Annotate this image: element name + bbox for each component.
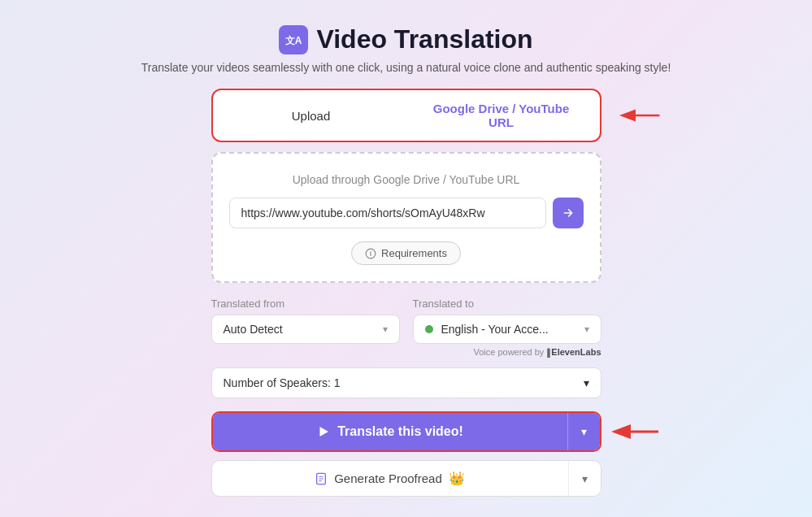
from-value: Auto Detect [224, 323, 283, 336]
translate-button[interactable]: Translate this video! [213, 413, 567, 450]
url-submit-button[interactable] [553, 198, 584, 228]
upload-area: Upload through Google Drive / YouTube UR… [211, 152, 601, 283]
voice-powered: Voice powered by ‖ElevenLabs [413, 347, 601, 358]
upload-label: Upload through Google Drive / YouTube UR… [229, 173, 584, 186]
page-subtitle: Translate your videos seamlessly with on… [141, 61, 671, 74]
svg-marker-5 [320, 427, 329, 437]
speakers-select[interactable]: Number of Speakers: 1 ▾ [211, 367, 601, 398]
translate-label: Translate this video! [337, 424, 463, 439]
action-buttons: Translate this video! ▾ [211, 411, 601, 497]
proofread-button[interactable]: Generate Proofread 👑 [212, 461, 568, 496]
url-input-row [229, 198, 584, 228]
from-label: Translated from [211, 298, 400, 310]
tab-container: Upload Google Drive / YouTube URL [211, 89, 601, 142]
elevenlabs-brand: ElevenLabs [551, 347, 601, 357]
proofread-dropdown-button[interactable]: ▾ [568, 461, 601, 496]
gdrive-tab[interactable]: Google Drive / YouTube URL [406, 93, 597, 137]
translation-controls: Translated from Auto Detect ▾ Translated… [211, 298, 601, 398]
url-input[interactable] [229, 198, 546, 228]
language-dot-icon [425, 325, 433, 333]
page-title: Video Translation [316, 24, 532, 54]
translate-arrow-annotation [610, 419, 667, 447]
translation-icon: 文A [279, 25, 308, 54]
page-container: 文A Video Translation Translate your vide… [0, 0, 812, 517]
to-chevron-icon: ▾ [584, 324, 589, 335]
to-value: English - Your Acce... [441, 323, 548, 336]
play-icon [316, 424, 331, 439]
proofread-label: Generate Proofread [334, 471, 442, 485]
to-column: Translated to English - Your Acce... ▾ V… [413, 298, 601, 358]
speakers-row: Number of Speakers: 1 ▾ [211, 367, 601, 398]
from-to-row: Translated from Auto Detect ▾ Translated… [211, 298, 601, 358]
translate-btn-row: Translate this video! ▾ [211, 411, 601, 452]
speakers-value: Number of Speakers: 1 [224, 376, 341, 389]
to-label: Translated to [413, 298, 601, 310]
svg-text:文A: 文A [285, 34, 302, 46]
requirements-button[interactable]: Requirements [351, 241, 461, 265]
upload-tab[interactable]: Upload [216, 93, 406, 137]
speakers-chevron-icon: ▾ [584, 376, 589, 389]
title-row: 文A Video Translation [141, 24, 671, 54]
to-select-inner: English - Your Acce... [425, 323, 549, 336]
from-chevron-icon: ▾ [383, 324, 388, 335]
tab-section: Upload Google Drive / YouTube URL [211, 89, 601, 142]
title-area: 文A Video Translation Translate your vide… [141, 24, 671, 74]
info-icon [365, 248, 376, 259]
tab-arrow-annotation [618, 103, 667, 128]
document-icon [315, 472, 328, 485]
from-column: Translated from Auto Detect ▾ [211, 298, 400, 358]
requirements-label: Requirements [381, 247, 447, 259]
crown-icon: 👑 [449, 471, 465, 486]
proofread-btn-row: Generate Proofread 👑 ▾ [211, 460, 601, 497]
from-select[interactable]: Auto Detect ▾ [211, 315, 400, 344]
to-select[interactable]: English - Your Acce... ▾ [413, 315, 601, 344]
translate-dropdown-button[interactable]: ▾ [567, 413, 600, 450]
voice-powered-prefix: Voice powered by [473, 347, 544, 357]
